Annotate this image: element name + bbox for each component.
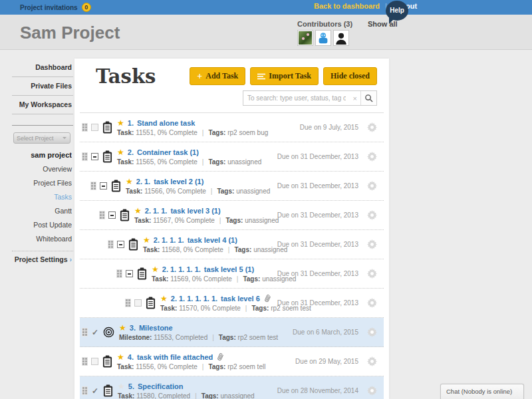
star-icon[interactable]: ★	[117, 148, 124, 156]
sidebar-item-project-settings[interactable]: Project Settings ›	[12, 255, 73, 263]
avatar[interactable]	[333, 30, 349, 46]
sidebar-item-private-files[interactable]: Private Files	[12, 77, 73, 96]
drag-handle-icon[interactable]	[82, 358, 87, 365]
drag-handle-icon[interactable]	[91, 182, 96, 190]
add-task-button[interactable]: + Add Task	[190, 67, 245, 85]
task-row[interactable]: ★2.Container task (1)Task: 11565, 0% Com…	[80, 142, 384, 172]
task-checkbox[interactable]	[134, 299, 142, 307]
hide-closed-button[interactable]: Hide closed	[323, 67, 377, 85]
gear-icon[interactable]	[367, 298, 377, 308]
due-date: Due on 9 July, 2015	[300, 124, 358, 131]
hide-closed-label: Hide closed	[331, 71, 370, 81]
due-date: Due on 31 December, 2013	[277, 241, 358, 248]
task-title-link[interactable]: Stand alone task	[137, 119, 195, 127]
tags-label: Tags:	[208, 158, 225, 166]
project-settings-label: Project Settings	[15, 255, 68, 263]
gear-icon[interactable]	[367, 386, 377, 396]
drag-handle-icon[interactable]	[82, 124, 87, 131]
meta-separator: |	[237, 275, 239, 283]
task-row[interactable]: ★4.task with file attachedTask: 11556, 0…	[80, 347, 384, 376]
task-row[interactable]: ★2. 1. 1. 1. 1. 1.task level 6Task: 1157…	[80, 289, 384, 318]
chat-widget[interactable]: Chat (Nobody is online)	[440, 384, 524, 399]
drag-handle-icon[interactable]	[82, 387, 87, 394]
task-row[interactable]: ✓★5.SpecificationTask: 11580, Completed|…	[80, 376, 384, 399]
drag-handle-icon[interactable]	[100, 211, 104, 219]
task-title-link[interactable]: task level 5 (1)	[204, 265, 254, 273]
task-row[interactable]: ★2. 1. 1. 1.task level 4 (1)Task: 11568,…	[80, 230, 384, 259]
import-task-button[interactable]: Import Task	[250, 67, 319, 85]
gear-icon[interactable]	[367, 181, 377, 191]
checked-checkbox[interactable]: ✓	[91, 386, 99, 396]
search-button[interactable]	[360, 91, 376, 105]
gear-icon[interactable]	[367, 356, 377, 366]
drag-handle-icon[interactable]	[117, 270, 122, 277]
sidebar-item-dashboard[interactable]: Dashboard	[12, 59, 73, 77]
task-title-link[interactable]: task with file attached	[137, 353, 213, 361]
gear-icon[interactable]	[367, 327, 377, 337]
select-project-dropdown[interactable]: Select Project	[13, 132, 70, 144]
star-icon[interactable]: ★	[117, 353, 124, 361]
task-title-link[interactable]: Container task (1)	[137, 148, 199, 156]
clipboard-icon	[102, 121, 112, 134]
sidebar-item-whiteboard[interactable]: Whiteboard	[12, 231, 73, 245]
sidebar-item-my-workspaces[interactable]: My Workspaces	[12, 96, 73, 114]
gear-icon[interactable]	[367, 269, 377, 279]
star-icon[interactable]: ★	[134, 207, 142, 215]
star-icon[interactable]: ★	[117, 119, 124, 127]
clipboard-icon	[102, 355, 112, 368]
star-icon[interactable]: ★	[143, 236, 150, 244]
clipboard-icon	[120, 209, 130, 221]
collapse-toggle-icon[interactable]	[126, 270, 133, 277]
star-icon[interactable]: ★	[126, 178, 133, 186]
gear-icon[interactable]	[367, 122, 377, 132]
collapse-toggle-icon[interactable]	[108, 211, 116, 219]
task-row[interactable]: ★2. 1. 1. 1. 1.task level 5 (1)Task: 115…	[80, 259, 384, 289]
task-row[interactable]: ✓★3.MilestoneMilestone: 11553, Completed…	[80, 318, 384, 347]
task-title-link[interactable]: Milestone	[139, 324, 173, 332]
project-invitations-link[interactable]: Project invitations	[20, 4, 78, 11]
star-icon[interactable]: ★	[118, 382, 125, 390]
collapse-toggle-icon[interactable]	[117, 241, 124, 248]
drag-handle-icon[interactable]	[108, 241, 113, 248]
sidebar-item-tasks[interactable]: Tasks	[12, 190, 73, 203]
gear-icon[interactable]	[367, 210, 377, 220]
sidebar-item-overview[interactable]: Overview	[12, 162, 73, 176]
clear-search-icon[interactable]: ×	[350, 94, 360, 102]
drag-handle-icon[interactable]	[82, 329, 87, 336]
gear-icon[interactable]	[367, 239, 377, 249]
drag-handle-icon[interactable]	[126, 299, 130, 307]
task-title-link[interactable]: task level 4 (1)	[188, 236, 237, 244]
task-row[interactable]: ★2. 1. 1.task level 3 (1)Task: 11567, 0%…	[80, 201, 384, 230]
task-title-link[interactable]: Specification	[138, 382, 183, 390]
avatar[interactable]	[315, 30, 331, 46]
task-checkbox[interactable]	[91, 124, 98, 131]
task-title-link[interactable]: task level 6	[221, 295, 260, 303]
sidebar-item-project-files[interactable]: Project Files	[12, 176, 73, 190]
search-box: ×	[243, 90, 377, 106]
meta-separator: |	[245, 305, 247, 312]
task-checkbox[interactable]	[91, 358, 98, 365]
meta-value: 11551, 0% Complete	[136, 129, 198, 136]
task-title-link[interactable]: task level 3 (1)	[170, 207, 220, 215]
collapse-toggle-icon[interactable]	[91, 153, 98, 160]
gear-icon[interactable]	[367, 152, 377, 162]
checked-checkbox[interactable]: ✓	[91, 328, 99, 337]
collapse-toggle-icon[interactable]	[100, 182, 107, 190]
task-row[interactable]: ★2. 1.task level 2 (1)Task: 11566, 0% Co…	[80, 172, 384, 201]
search-input[interactable]	[243, 94, 350, 102]
task-row[interactable]: ★1.Stand alone taskTask: 11551, 0% Compl…	[80, 113, 384, 142]
meta-separator: |	[202, 129, 204, 136]
meta-label: Task:	[126, 188, 142, 195]
star-icon[interactable]: ★	[119, 324, 126, 332]
avatar[interactable]	[297, 30, 313, 46]
drag-handle-icon[interactable]	[82, 153, 87, 160]
star-icon[interactable]: ★	[152, 265, 159, 273]
meta-label: Milestone:	[119, 334, 152, 341]
sidebar-item-post-update[interactable]: Post Update	[12, 217, 73, 231]
tags-value: unassigned	[236, 188, 270, 195]
help-button[interactable]: Help	[386, 1, 408, 21]
star-icon[interactable]: ★	[160, 295, 168, 303]
task-title-link[interactable]: task level 2 (1)	[154, 178, 203, 186]
sidebar-item-gantt[interactable]: Gantt	[12, 203, 73, 217]
back-to-dashboard-link[interactable]: Back to dashboard	[314, 2, 380, 10]
